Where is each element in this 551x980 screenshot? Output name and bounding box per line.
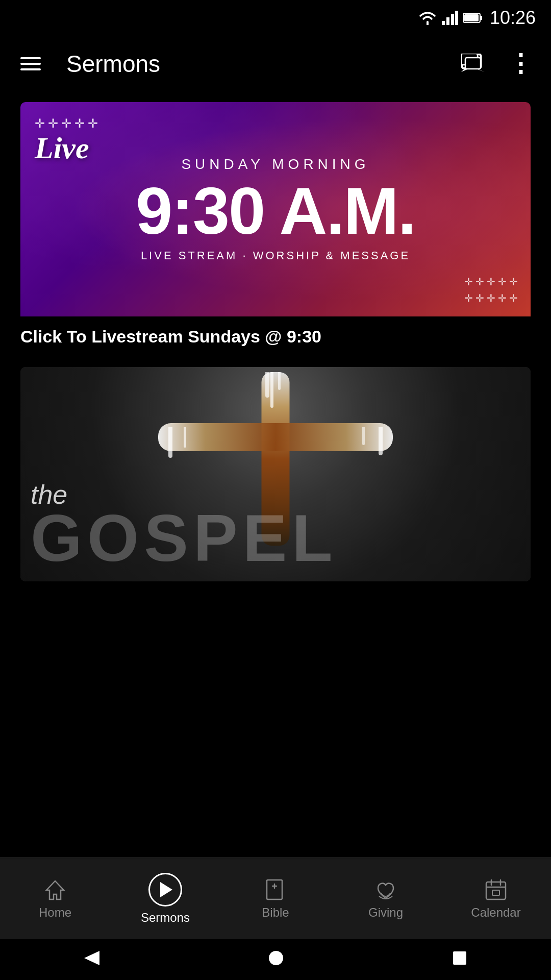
main-content: ✛✛✛✛✛ Live ✛✛✛✛✛ ✛✛✛✛✛ SUNDAY MORNING 9:… <box>0 92 551 729</box>
hamburger-line-2 <box>20 63 41 65</box>
livestream-label[interactable]: Click To Livestream Sundays @ 9:30 <box>20 316 531 352</box>
paint-drip-1 <box>168 427 172 458</box>
calendar-icon <box>484 878 508 901</box>
svg-rect-2 <box>451 14 454 25</box>
bottom-crosses-row1: ✛✛✛✛✛ <box>464 274 520 290</box>
sermons-play-icon <box>148 873 182 906</box>
bottom-crosses: ✛✛✛✛✛ ✛✛✛✛✛ <box>464 274 520 306</box>
gospel-title: GOSPEL <box>31 505 520 571</box>
android-navigation-bar <box>0 939 551 980</box>
hamburger-line-3 <box>20 68 41 70</box>
banner-subtitle: LIVE STREAM · WORSHIP & MESSAGE <box>141 249 410 262</box>
svg-rect-6 <box>480 16 482 20</box>
battery-icon <box>463 12 483 23</box>
giving-icon <box>374 878 397 901</box>
status-bar: 10:26 <box>0 0 551 36</box>
livestream-banner: ✛✛✛✛✛ Live ✛✛✛✛✛ ✛✛✛✛✛ SUNDAY MORNING 9:… <box>20 102 531 316</box>
hamburger-line-1 <box>20 57 41 59</box>
nav-label-sermons: Sermons <box>141 911 190 925</box>
app-bar-actions: ⋮ <box>457 50 536 78</box>
nav-label-calendar: Calendar <box>471 905 520 920</box>
banner-time: 9:30 A.M. <box>136 178 415 244</box>
gospel-banner: the GOSPEL <box>20 367 531 581</box>
banner-sunday-label: SUNDAY MORNING <box>181 156 369 173</box>
live-label: Live <box>35 133 89 163</box>
svg-rect-12 <box>267 880 282 899</box>
nav-item-bible[interactable]: Bible <box>220 873 331 925</box>
bottom-crosses-row2: ✛✛✛✛✛ <box>464 290 520 306</box>
svg-rect-22 <box>453 951 466 965</box>
paint-drip-5 <box>265 372 269 398</box>
page-title: Sermons <box>61 50 442 78</box>
nav-label-giving: Giving <box>368 905 403 920</box>
more-options-icon: ⋮ <box>508 57 532 71</box>
hamburger-menu-button[interactable] <box>15 52 46 76</box>
svg-rect-1 <box>446 17 449 25</box>
android-home-button[interactable] <box>253 945 299 974</box>
nav-item-home[interactable]: Home <box>0 873 110 925</box>
play-triangle <box>160 882 172 897</box>
gospel-text-overlay: the GOSPEL <box>20 469 531 581</box>
svg-marker-20 <box>84 951 99 965</box>
nav-label-bible: Bible <box>262 905 289 920</box>
svg-point-21 <box>269 951 283 965</box>
paint-drip-7 <box>270 372 273 408</box>
nav-label-home: Home <box>39 905 71 920</box>
paint-drip-4 <box>362 427 365 445</box>
home-icon <box>43 878 67 901</box>
android-recent-button[interactable] <box>437 946 482 974</box>
paint-drip-2 <box>184 427 186 448</box>
svg-rect-5 <box>464 14 479 21</box>
signal-icon <box>442 11 458 25</box>
svg-rect-0 <box>442 21 445 25</box>
status-time: 10:26 <box>490 7 536 29</box>
horizontal-beam <box>158 423 393 451</box>
android-back-button[interactable] <box>69 946 115 974</box>
status-icons <box>418 11 483 25</box>
nav-item-giving[interactable]: Giving <box>331 873 441 925</box>
gospel-card[interactable]: the GOSPEL <box>20 367 531 581</box>
more-options-button[interactable]: ⋮ <box>504 53 536 76</box>
app-bar: Sermons ⋮ <box>0 36 551 92</box>
chat-icon <box>461 54 485 74</box>
bottom-navigation: Home Sermons Bible Giving <box>0 857 551 939</box>
wifi-icon <box>418 11 437 25</box>
svg-rect-19 <box>492 890 499 895</box>
paint-drip-6 <box>278 372 281 390</box>
live-badge: ✛✛✛✛✛ Live <box>35 116 101 163</box>
live-crosses-top: ✛✛✛✛✛ <box>35 116 101 131</box>
nav-item-calendar[interactable]: Calendar <box>441 873 551 925</box>
svg-rect-3 <box>455 11 458 25</box>
paint-drip-3 <box>379 427 383 455</box>
nav-item-sermons[interactable]: Sermons <box>110 868 220 930</box>
livestream-card[interactable]: ✛✛✛✛✛ Live ✛✛✛✛✛ ✛✛✛✛✛ SUNDAY MORNING 9:… <box>20 102 531 352</box>
bible-icon <box>264 878 287 901</box>
svg-rect-11 <box>465 58 481 69</box>
chat-icon-button[interactable] <box>457 50 489 78</box>
